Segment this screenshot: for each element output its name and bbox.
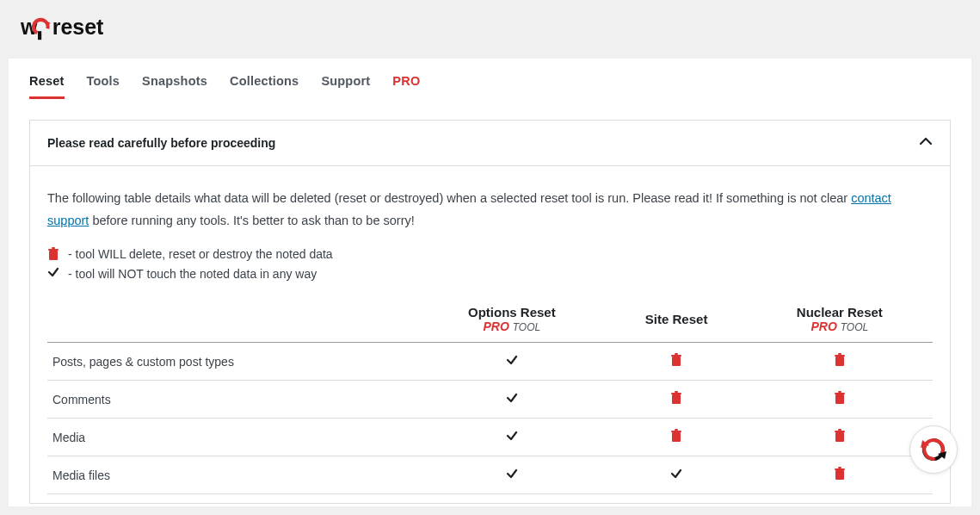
legend-delete: - tool WILL delete, reset or destroy the… — [47, 247, 933, 261]
tabs: Reset Tools Snapshots Collections Suppor… — [9, 59, 971, 99]
svg-rect-17 — [835, 394, 844, 404]
table-row: Media — [47, 419, 933, 456]
svg-rect-7 — [52, 247, 55, 249]
col-options-reset-label: Options Reset — [422, 305, 601, 320]
svg-rect-24 — [835, 431, 845, 432]
intro-part-1: The following table details what data wi… — [47, 191, 851, 205]
trash-icon — [747, 343, 933, 381]
col-nuclear-reset-label: Nuclear Reset — [752, 305, 928, 320]
svg-text:reset: reset — [52, 15, 104, 39]
info-accordion: Please read carefully before proceeding … — [29, 120, 951, 504]
row-label: Media — [47, 419, 417, 456]
tab-collections[interactable]: Collections — [230, 74, 299, 99]
svg-rect-25 — [838, 429, 841, 431]
table-row: Comments — [47, 381, 933, 419]
legend-keep-text: - tool will NOT touch the noted data in … — [68, 267, 317, 281]
svg-rect-28 — [838, 467, 841, 468]
tab-tools[interactable]: Tools — [87, 74, 120, 99]
check-icon — [607, 456, 747, 494]
svg-rect-26 — [835, 470, 844, 480]
check-icon — [417, 419, 606, 456]
svg-rect-10 — [675, 353, 678, 355]
check-icon — [417, 456, 606, 494]
svg-rect-11 — [835, 357, 844, 366]
svg-rect-14 — [672, 394, 681, 404]
tab-pro[interactable]: PRO — [392, 74, 420, 99]
svg-rect-13 — [838, 353, 841, 355]
check-icon — [417, 343, 606, 381]
check-icon — [47, 266, 59, 281]
row-label: Comments — [47, 381, 417, 419]
svg-rect-9 — [671, 355, 681, 357]
reset-comparison-table: Options Reset PRO TOOL Site Reset Nuclea… — [47, 298, 933, 494]
row-label: Posts, pages & custom post types — [47, 343, 417, 381]
brand-logo: w reset — [0, 0, 980, 52]
svg-rect-12 — [835, 355, 845, 357]
main-panel: Reset Tools Snapshots Collections Suppor… — [9, 59, 971, 506]
col-nuclear-reset: Nuclear Reset PRO TOOL — [747, 298, 933, 343]
tool-suffix: TOOL — [841, 321, 868, 333]
trash-icon — [747, 381, 933, 419]
refresh-icon — [919, 435, 948, 464]
pro-badge: PRO — [484, 320, 509, 333]
check-icon — [417, 381, 606, 419]
col-site-reset-label: Site Reset — [612, 312, 742, 326]
intro-text: The following table details what data wi… — [47, 187, 933, 232]
table-row: Posts, pages & custom post types — [47, 343, 933, 381]
tool-suffix: TOOL — [513, 321, 540, 333]
accordion-title: Please read carefully before proceeding — [47, 136, 275, 150]
svg-rect-19 — [838, 391, 841, 393]
svg-rect-16 — [675, 391, 678, 393]
trash-icon — [47, 247, 59, 261]
pro-badge: PRO — [811, 320, 837, 333]
refresh-button[interactable] — [909, 425, 958, 474]
svg-rect-8 — [672, 357, 681, 366]
svg-rect-27 — [835, 468, 845, 470]
tab-snapshots[interactable]: Snapshots — [142, 74, 207, 99]
trash-icon — [607, 343, 747, 381]
legend-delete-text: - tool WILL delete, reset or destroy the… — [68, 247, 333, 261]
trash-icon — [607, 381, 747, 419]
svg-rect-15 — [671, 393, 681, 394]
trash-icon — [747, 419, 933, 456]
tab-support[interactable]: Support — [321, 74, 370, 99]
row-label: Media files — [47, 456, 417, 494]
col-options-reset: Options Reset PRO TOOL — [417, 298, 606, 343]
legend-keep: - tool will NOT touch the noted data in … — [47, 266, 933, 281]
svg-rect-5 — [49, 251, 58, 260]
svg-rect-22 — [675, 429, 678, 431]
trash-icon — [607, 419, 747, 456]
svg-rect-3 — [38, 31, 41, 40]
svg-rect-18 — [835, 393, 845, 394]
svg-rect-23 — [835, 432, 844, 442]
table-row: Media files — [47, 456, 933, 494]
trash-icon — [747, 456, 933, 494]
tab-reset[interactable]: Reset — [29, 74, 65, 99]
intro-part-2: before running any tools. It's better to… — [89, 214, 414, 227]
accordion-toggle[interactable]: Please read carefully before proceeding — [30, 121, 950, 166]
wpreset-logo-svg: w reset — [21, 14, 150, 41]
chevron-up-icon — [919, 134, 933, 152]
svg-rect-6 — [48, 249, 59, 251]
svg-rect-21 — [671, 431, 681, 432]
col-rowlabel — [47, 298, 417, 343]
accordion-body: The following table details what data wi… — [30, 166, 950, 503]
svg-rect-20 — [672, 432, 681, 442]
col-site-reset: Site Reset — [607, 298, 747, 343]
